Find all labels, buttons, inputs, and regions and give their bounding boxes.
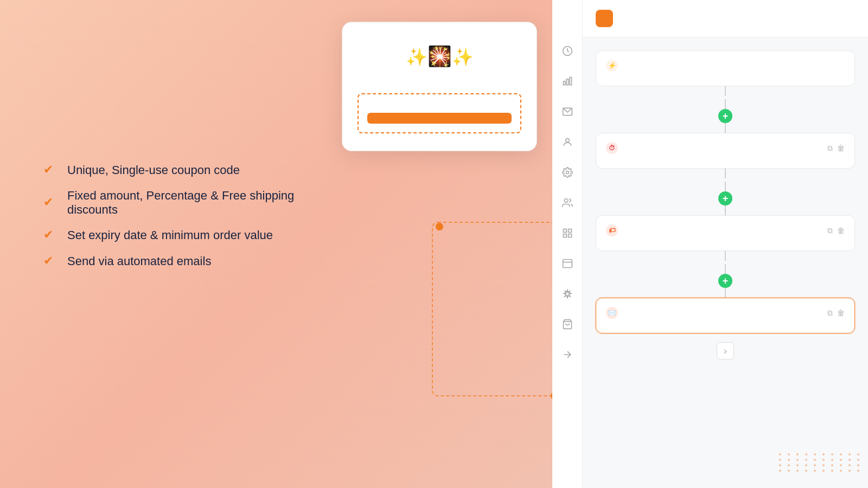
- connector-line-2b: [725, 182, 726, 191]
- add-step-btn-3[interactable]: +: [718, 274, 732, 288]
- sidebar-icon-window[interactable]: [560, 256, 575, 271]
- connector-line-2c: [725, 206, 726, 215]
- add-step-btn-1[interactable]: +: [718, 109, 732, 123]
- feature-item-1: ✔ Unique, Single-use coupon code: [43, 163, 347, 178]
- coupon-card-title: 🏷: [606, 224, 622, 236]
- connector-line-1b: [725, 99, 726, 109]
- sidebar-icon-arrow[interactable]: [560, 347, 575, 362]
- wait-card-title: ⏱: [606, 142, 622, 154]
- expand-btn-container: ›: [717, 342, 734, 359]
- svg-rect-5: [566, 79, 568, 85]
- svg-rect-1: [432, 222, 554, 396]
- svg-rect-15: [563, 260, 572, 268]
- wait-card-actions: ⧉ 🗑: [827, 144, 845, 153]
- connector-1: +: [718, 86, 732, 133]
- sidebar-icon-clock[interactable]: [560, 43, 575, 59]
- wait-icon: ⏱: [606, 142, 618, 154]
- add-step-btn-2[interactable]: +: [718, 191, 732, 206]
- coupon-copy-icon[interactable]: ⧉: [827, 226, 833, 235]
- svg-point-9: [566, 171, 569, 174]
- trigger-card-title: ⚡: [606, 60, 622, 72]
- svg-rect-11: [563, 229, 566, 233]
- wait-delete-icon[interactable]: 🗑: [837, 144, 845, 153]
- connector-line-3b: [725, 264, 726, 274]
- trigger-card: ⚡: [596, 50, 855, 86]
- shop-now-button[interactable]: [367, 113, 512, 124]
- feature-text-1: Unique, Single-use coupon code: [67, 163, 240, 177]
- sidebar-icon-user[interactable]: [560, 134, 575, 150]
- dots-decoration: const dotsContainer = document.querySele…: [774, 448, 868, 477]
- check-icon-2: ✔: [43, 195, 59, 210]
- sidebar: [552, 0, 583, 488]
- connector-line-3a: [725, 251, 726, 261]
- coupon-box: [358, 93, 521, 133]
- svg-rect-6: [570, 78, 571, 85]
- email-wf-icon: ✉️: [606, 307, 618, 319]
- headline: [43, 108, 347, 141]
- left-section: ✔ Unique, Single-use coupon code ✔ Fixed…: [43, 108, 347, 269]
- feature-item-4: ✔ Send via automated emails: [43, 254, 347, 269]
- sidebar-icon-gear[interactable]: [560, 286, 575, 301]
- connector-line-2a: [725, 169, 726, 178]
- coupon-delete-icon[interactable]: 🗑: [837, 226, 845, 235]
- sidebar-icon-email[interactable]: [560, 104, 575, 119]
- svg-rect-4: [563, 81, 565, 85]
- email-celebration-emoji: ✨🎇✨: [358, 45, 521, 68]
- connector-3: +: [718, 251, 732, 298]
- email-preview-card: ✨🎇✨: [342, 22, 537, 151]
- sidebar-icon-settings[interactable]: [560, 165, 575, 180]
- svg-rect-13: [563, 234, 566, 237]
- panel-logo: [596, 10, 613, 27]
- coupon-icon: 🏷: [606, 224, 618, 236]
- connector-2: +: [718, 169, 732, 215]
- email-wf-copy-icon[interactable]: ⧉: [827, 309, 833, 318]
- sidebar-icon-bag[interactable]: [560, 317, 575, 332]
- email-wf-card-actions: ⧉ 🗑: [827, 309, 845, 318]
- connector-line-1a: [725, 86, 726, 96]
- svg-point-8: [565, 138, 569, 142]
- workflow: ⚡ + ⏱: [583, 37, 868, 488]
- check-icon-3: ✔: [43, 228, 59, 243]
- feature-item-2: ✔ Fixed amount, Percentage & Free shippi…: [43, 189, 347, 217]
- trigger-icon: ⚡: [606, 60, 618, 72]
- expand-btn[interactable]: ›: [717, 342, 734, 359]
- sidebar-icon-grid[interactable]: [560, 226, 575, 241]
- main-panel: ⚡ + ⏱: [583, 0, 868, 488]
- feature-list: ✔ Unique, Single-use coupon code ✔ Fixed…: [43, 163, 347, 269]
- svg-point-0: [436, 223, 443, 230]
- email-body: [358, 73, 521, 84]
- coupon-card: 🏷 ⧉ 🗑: [596, 215, 855, 251]
- svg-point-10: [564, 199, 568, 203]
- feature-text-2: Fixed amount, Percentage & Free shipping…: [67, 189, 347, 217]
- svg-rect-14: [568, 234, 571, 237]
- wait-card: ⏱ ⧉ 🗑: [596, 133, 855, 169]
- sidebar-icon-users[interactable]: [560, 195, 575, 210]
- connector-line-1c: [725, 123, 726, 133]
- svg-rect-12: [568, 229, 571, 233]
- email-card-wf: ✉️ ⧉ 🗑: [596, 298, 855, 333]
- panel-header: [583, 0, 868, 37]
- email-wf-card-title: ✉️: [606, 307, 622, 319]
- email-wf-delete-icon[interactable]: 🗑: [837, 309, 845, 318]
- sidebar-icon-chart[interactable]: [560, 74, 575, 89]
- connector-line-3c: [725, 288, 726, 298]
- feature-text-4: Send via automated emails: [67, 254, 211, 268]
- check-icon-4: ✔: [43, 254, 59, 269]
- feature-item-3: ✔ Set expiry date & minimum order value: [43, 228, 347, 243]
- feature-text-3: Set expiry date & minimum order value: [67, 228, 273, 242]
- coupon-card-actions: ⧉ 🗑: [827, 226, 845, 235]
- wait-copy-icon[interactable]: ⧉: [827, 144, 833, 153]
- check-icon-1: ✔: [43, 163, 59, 178]
